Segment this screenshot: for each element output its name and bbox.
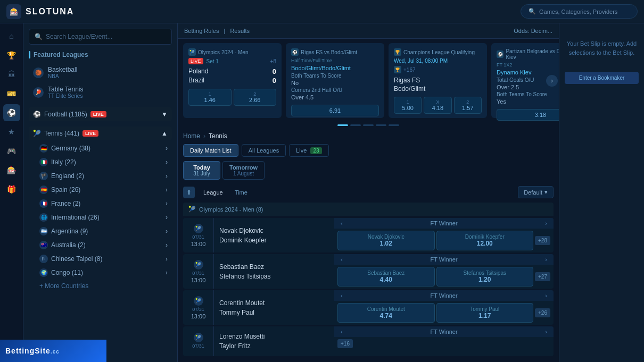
league-item-tabletennis[interactable]: 🏓 Table Tennis TT Elite Series (29, 82, 172, 102)
odds-prev-1[interactable]: ‹ (338, 220, 345, 226)
odds-prev-2[interactable]: ‹ (338, 256, 345, 263)
breadcrumb-current: Tennis (209, 132, 227, 140)
sidebar-soccer-icon[interactable]: ⚽ (3, 104, 20, 121)
dot-5 (389, 124, 399, 126)
collapse-button[interactable]: ⬆ (183, 187, 195, 198)
country-spain[interactable]: 🇪🇸 Spain (26) › (29, 183, 172, 197)
odds-next-3[interactable]: › (543, 292, 549, 299)
betting-rules-link[interactable]: Betting Rules (184, 28, 219, 34)
league-name: Basketball (48, 66, 77, 73)
sidebar-star-icon[interactable]: ★ (3, 123, 20, 140)
country-argentina[interactable]: 🇦🇷 Argentina (9) › (29, 224, 172, 238)
chevron-right-icon: › (166, 241, 168, 249)
league-search[interactable]: 🔍 Search League/Event... (29, 29, 172, 45)
more-odds-1[interactable]: +28 (535, 236, 550, 245)
odd-baez[interactable]: Sebastian Baez 4.40 (337, 267, 435, 287)
odds-next-1[interactable]: › (543, 220, 549, 226)
tabletennis-icon: 🏓 (33, 87, 44, 98)
country-france[interactable]: 🇫🇷 France (2) › (29, 197, 172, 211)
sidebar-ticket-icon[interactable]: 🎫 (3, 85, 20, 102)
sort-time[interactable]: Time (232, 188, 251, 197)
sidebar-controller-icon[interactable]: 🎮 (3, 142, 20, 159)
breadcrumb-home[interactable]: Home (183, 132, 200, 140)
odd-tsitsipas[interactable]: Stefanos Tsitsipas 1.20 (436, 267, 534, 287)
match-sport-icon-4: 🎾 (194, 333, 203, 342)
odd-btn-3-2[interactable]: 2 1.57 (454, 97, 482, 114)
odd-btn-1-1[interactable]: 1 1.46 (188, 89, 232, 106)
corners-val: Over 4.5 (291, 94, 379, 100)
country-italy[interactable]: 🇮🇹 Italy (22) › (29, 155, 172, 169)
market-name-2: FT Winner (430, 256, 457, 263)
all-leagues-button[interactable]: All Leagues (242, 144, 286, 157)
dot-2 (350, 124, 361, 126)
sport-section-tennis: 🎾 Tennis (441) LIVE ▲ 🇩🇪 Germany (38) › … (29, 127, 172, 292)
more-countries-link[interactable]: + More Countries (29, 280, 172, 292)
match-time-4: 🎾 07/31 (183, 326, 214, 356)
country-chinese-taipei[interactable]: 🏳 Chinese Taipei (8) › (29, 252, 172, 266)
odds-next-4[interactable]: › (543, 329, 549, 335)
date-tab-tomorrow[interactable]: Tomorrow 1 August (222, 161, 265, 180)
odd-btn-3-1[interactable]: 1 5.00 (394, 97, 422, 114)
more-odds-2[interactable]: +27 (535, 272, 550, 281)
chevron-right-icon: › (166, 255, 168, 263)
bet-slip-panel: Your Bet Slip is empty. Add selections t… (559, 23, 644, 362)
sidebar-casino-icon[interactable]: 🎰 (3, 162, 20, 179)
odd-tommy[interactable]: Tommy Paul 1.17 (436, 303, 534, 323)
country-australia[interactable]: 🇦🇺 Australia (2) › (29, 238, 172, 252)
france-flag: 🇫🇷 (39, 199, 48, 208)
results-link[interactable]: Results (230, 28, 250, 34)
sort-league[interactable]: League (200, 188, 226, 197)
filter-bar: Daily Match List All Leagues Live 23 (178, 144, 559, 161)
odd-btn-4[interactable]: 3.18 (497, 109, 559, 121)
odd-btn-2[interactable]: 6.91 (291, 105, 379, 116)
top-bar: Betting Rules | Results Odds: Decim... (178, 23, 559, 39)
sidebar-home-icon[interactable]: ⌂ (3, 28, 20, 45)
live-badge-card1: LIVE (188, 58, 203, 64)
more-odds-3[interactable]: +26 (535, 308, 550, 317)
country-international[interactable]: 🌐 International (26) › (29, 211, 172, 224)
odd-moutet[interactable]: Corentin Moutet 4.74 (337, 303, 435, 323)
odds-prev-4[interactable]: ‹ (338, 329, 345, 335)
odds-prev-3[interactable]: ‹ (338, 292, 345, 299)
sport-header-football[interactable]: ⚽ Football (1185) LIVE ▼ (29, 107, 172, 121)
odd-btn-3-x[interactable]: X 4.18 (424, 97, 451, 114)
match-row-2: 🎾 07/31 13:00 Sebastian Baez Stefanos Ts… (183, 254, 554, 289)
sidebar-building-icon[interactable]: 🏛 (3, 66, 20, 83)
search-bar[interactable]: 🔍 Games, Categories, Providers (521, 4, 638, 19)
odd-dominik[interactable]: Dominik Koepfer 12.00 (436, 231, 534, 250)
odd-novak[interactable]: Novak Djokovic 1.02 (337, 231, 435, 250)
more-odds-4[interactable]: +16 (337, 339, 353, 348)
match-row-3: 🎾 07/31 13:00 Corentin Moutet Tommy Paul… (183, 290, 554, 325)
chevron-right-icon: › (166, 172, 168, 180)
odd-btn-1-2[interactable]: 2 2.66 (234, 89, 277, 106)
sidebar-gift-icon[interactable]: 🎁 (3, 181, 20, 198)
sport-header-tennis[interactable]: 🎾 Tennis (441) LIVE ▲ (29, 127, 172, 140)
spain-flag: 🇪🇸 (39, 186, 48, 194)
sidebar-trophy-icon[interactable]: 🏆 (3, 47, 20, 64)
dot-1 (337, 124, 348, 126)
top-nav: 🎰 SLOTUNA 🔍 Games, Categories, Providers (0, 0, 644, 23)
daily-match-list-button[interactable]: Daily Match List (183, 144, 238, 157)
date-tab-today[interactable]: Today 31 July (183, 161, 220, 180)
league-item-basketball[interactable]: 🏀 Basketball NBA (29, 63, 172, 82)
match-teams-1: Novak Djokovic Dominik Koepfer (214, 218, 334, 252)
country-germany[interactable]: 🇩🇪 Germany (38) › (29, 141, 172, 155)
main-layout: ⌂ 🏆 🏛 🎫 ⚽ ★ 🎮 🎰 🎁 🔍 Search League/Event.… (0, 23, 644, 362)
congo-flag: 🌍 (39, 268, 48, 277)
default-dropdown[interactable]: Default ▾ (518, 186, 554, 198)
cards-next-button[interactable]: › (546, 75, 558, 87)
odds-next-2[interactable]: › (543, 256, 549, 263)
england-flag: 🏴 (39, 172, 48, 180)
live-button[interactable]: Live 23 (289, 144, 328, 157)
chevron-right-icon: › (166, 214, 168, 221)
enter-bookmaker-button[interactable]: Enter a Bookmaker (565, 72, 639, 84)
feat-competition-1: Olympics 2024 - Men (198, 49, 248, 55)
tennis-icon: 🎾 (33, 130, 41, 137)
country-congo[interactable]: 🌍 Congo (11) › (29, 266, 172, 280)
match-team1-1: Novak Djokovic (219, 227, 329, 234)
logo-icon: 🎰 (6, 4, 21, 19)
watermark-text: BettingSite.cc (5, 347, 60, 355)
country-england[interactable]: 🏴 England (2) › (29, 169, 172, 183)
match-team1-3: Corentin Moutet (219, 299, 329, 307)
australia-flag: 🇦🇺 (39, 241, 48, 249)
